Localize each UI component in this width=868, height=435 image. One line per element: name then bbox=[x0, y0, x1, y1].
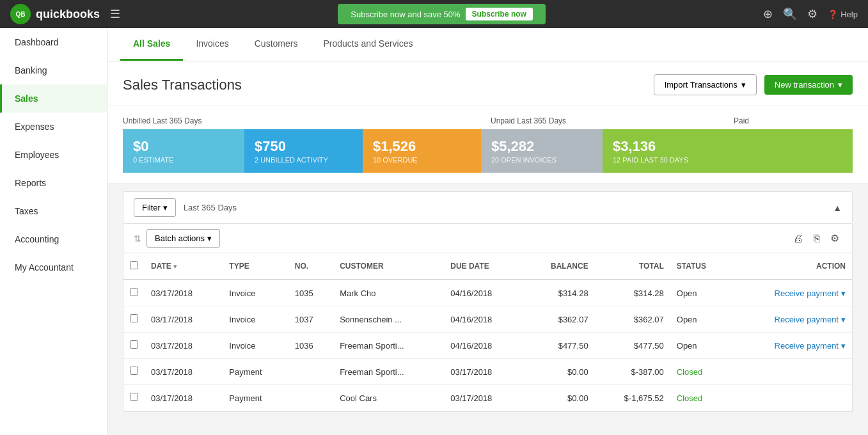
help-button[interactable]: ❓ Help bbox=[828, 10, 858, 19]
action-arrow-icon: ▾ bbox=[841, 289, 846, 298]
card-open-amount: $5,282 bbox=[491, 138, 592, 155]
sidebar-item-my-accountant[interactable]: My Accountant bbox=[0, 253, 107, 281]
sidebar-label-taxes: Taxes bbox=[15, 206, 38, 216]
col-balance: BALANCE bbox=[523, 253, 595, 280]
row-checkbox[interactable] bbox=[130, 367, 138, 375]
filter-button[interactable]: Filter ▾ bbox=[134, 198, 176, 217]
receive-payment-button[interactable]: Receive payment ▾ bbox=[738, 315, 846, 324]
row-no: 1037 bbox=[288, 306, 333, 333]
table-row: 03/17/2018 Payment Cool Cars 03/17/2018 … bbox=[123, 385, 852, 411]
card-overdue[interactable]: $1,526 10 OVERDUE bbox=[363, 129, 481, 173]
logo[interactable]: QB quickbooks bbox=[10, 4, 100, 24]
row-date: 03/17/2018 bbox=[145, 333, 223, 359]
tab-customers[interactable]: Customers bbox=[242, 28, 311, 61]
receive-payment-button[interactable]: Receive payment ▾ bbox=[738, 341, 846, 351]
dropdown-arrow-icon: ▾ bbox=[741, 80, 746, 90]
row-checkbox[interactable] bbox=[130, 314, 138, 322]
row-total: $362.07 bbox=[595, 306, 670, 333]
settings-icon[interactable]: ⚙ bbox=[828, 230, 842, 247]
col-total: TOTAL bbox=[595, 253, 670, 280]
row-due-date: 04/16/2018 bbox=[444, 280, 522, 306]
sidebar-item-sales[interactable]: Sales bbox=[0, 84, 107, 113]
row-balance: $362.07 bbox=[523, 306, 595, 333]
row-checkbox[interactable] bbox=[130, 340, 138, 349]
row-action-col: Receive payment ▾ bbox=[731, 333, 852, 359]
new-transaction-button[interactable]: New transaction ▾ bbox=[764, 75, 853, 95]
row-action-col bbox=[731, 385, 852, 411]
main-layout: Dashboard Banking Sales Expenses Employe… bbox=[0, 28, 868, 435]
row-customer: Mark Cho bbox=[333, 280, 444, 306]
row-date: 03/17/2018 bbox=[145, 280, 223, 306]
row-balance: $314.28 bbox=[523, 280, 595, 306]
gear-icon[interactable]: ⚙ bbox=[807, 7, 817, 21]
sidebar-item-dashboard[interactable]: Dashboard bbox=[0, 28, 107, 56]
col-status: STATUS bbox=[670, 253, 731, 280]
date-sort-icon[interactable]: ▾ bbox=[173, 263, 177, 270]
row-customer: Freeman Sporti... bbox=[333, 359, 444, 385]
row-due-date: 04/16/2018 bbox=[444, 333, 522, 359]
col-type: TYPE bbox=[223, 253, 288, 280]
card-estimate-amount: $0 bbox=[133, 138, 234, 155]
row-no bbox=[288, 359, 333, 385]
table-row: 03/17/2018 Invoice 1037 Sonnenschein ...… bbox=[123, 306, 852, 333]
card-estimate[interactable]: $0 0 ESTIMATE bbox=[123, 129, 244, 173]
row-action-col: Receive payment ▾ bbox=[731, 280, 852, 306]
sidebar-label-banking: Banking bbox=[15, 65, 47, 75]
tabs-bar: All Sales Invoices Customers Products an… bbox=[107, 28, 868, 61]
card-unbilled-amount: $750 bbox=[255, 138, 352, 155]
row-balance: $477.50 bbox=[523, 333, 595, 359]
row-type: Payment bbox=[223, 359, 288, 385]
row-customer: Cool Cars bbox=[333, 385, 444, 411]
card-unbilled[interactable]: $750 2 UNBILLED ACTIVITY bbox=[244, 129, 363, 173]
transactions-table-section: DATE ▾ TYPE NO. CUSTOMER DUE DATE BALANC… bbox=[123, 253, 853, 412]
label-paid: Paid bbox=[734, 116, 853, 125]
card-estimate-sub: 0 ESTIMATE bbox=[133, 156, 234, 164]
sidebar-item-banking[interactable]: Banking bbox=[0, 56, 107, 84]
row-balance: $0.00 bbox=[523, 359, 595, 385]
row-no bbox=[288, 385, 333, 411]
sort-icon[interactable]: ⇅ bbox=[134, 233, 141, 244]
card-paid[interactable]: $3,136 12 PAID LAST 30 DAYS bbox=[603, 129, 853, 173]
sidebar-item-accounting[interactable]: Accounting bbox=[0, 225, 107, 253]
select-all-col bbox=[123, 253, 145, 280]
hamburger-icon[interactable]: ☰ bbox=[110, 7, 120, 21]
tab-all-sales[interactable]: All Sales bbox=[120, 28, 183, 61]
header-actions: Import Transactions ▾ New transaction ▾ bbox=[654, 74, 853, 95]
summary-section: Unbilled Last 365 Days Unpaid Last 365 D… bbox=[107, 106, 868, 184]
row-customer: Sonnenschein ... bbox=[333, 306, 444, 333]
row-checkbox[interactable] bbox=[130, 288, 138, 296]
print-icon[interactable]: 🖨 bbox=[791, 230, 806, 247]
select-all-checkbox[interactable] bbox=[130, 261, 138, 269]
card-paid-amount: $3,136 bbox=[613, 138, 842, 155]
batch-actions-button[interactable]: Batch actions ▾ bbox=[146, 229, 220, 248]
row-status: Open bbox=[670, 333, 731, 359]
scroll-up-btn[interactable]: ▲ bbox=[833, 203, 842, 213]
row-total: $314.28 bbox=[595, 280, 670, 306]
page-header: Sales Transactions Import Transactions ▾… bbox=[107, 61, 868, 106]
promo-text: Subscribe now and save 50% bbox=[351, 10, 460, 19]
sidebar-item-reports[interactable]: Reports bbox=[0, 169, 107, 197]
add-icon[interactable]: ⊕ bbox=[763, 7, 773, 21]
row-type: Invoice bbox=[223, 333, 288, 359]
import-transactions-button[interactable]: Import Transactions ▾ bbox=[654, 74, 757, 95]
col-date: DATE ▾ bbox=[145, 253, 223, 280]
sidebar-item-taxes[interactable]: Taxes bbox=[0, 197, 107, 225]
row-balance: $0.00 bbox=[523, 385, 595, 411]
search-icon[interactable]: 🔍 bbox=[783, 7, 797, 21]
row-action-col bbox=[731, 359, 852, 385]
sidebar-item-expenses[interactable]: Expenses bbox=[0, 113, 107, 141]
card-open-invoices[interactable]: $5,282 20 OPEN INVOICES bbox=[481, 129, 603, 173]
export-icon[interactable]: ⎘ bbox=[811, 230, 823, 247]
sidebar-item-employees[interactable]: Employees bbox=[0, 141, 107, 169]
row-status: Closed bbox=[670, 385, 731, 411]
tab-invoices[interactable]: Invoices bbox=[183, 28, 241, 61]
sidebar-label-accounting: Accounting bbox=[15, 234, 59, 244]
nav-left: QB quickbooks ☰ bbox=[10, 4, 120, 24]
row-checkbox[interactable] bbox=[130, 393, 138, 401]
row-checkbox-col bbox=[123, 306, 145, 333]
card-open-sub: 20 OPEN INVOICES bbox=[491, 156, 592, 164]
row-total: $-387.00 bbox=[595, 359, 670, 385]
tab-products-services[interactable]: Products and Services bbox=[310, 28, 425, 61]
receive-payment-button[interactable]: Receive payment ▾ bbox=[738, 289, 846, 298]
subscribe-button[interactable]: Subscribe now bbox=[466, 8, 533, 20]
